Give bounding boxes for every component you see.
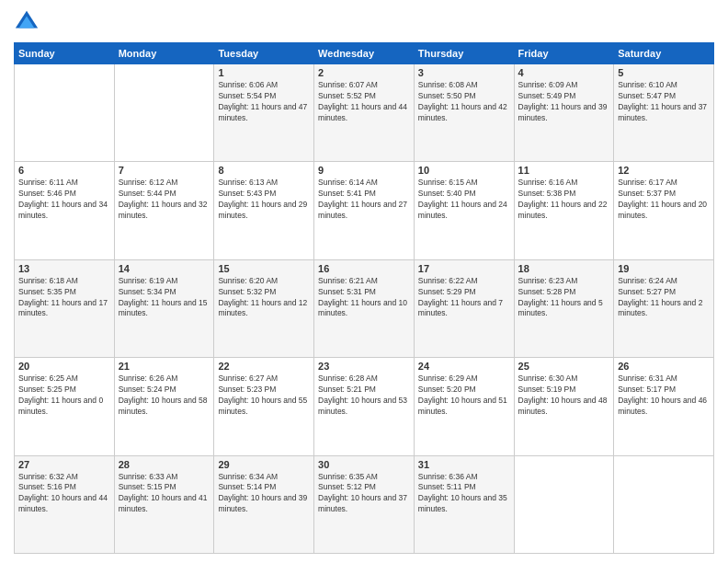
calendar-cell: 24Sunrise: 6:29 AM Sunset: 5:20 PM Dayli… (414, 358, 514, 455)
day-number: 24 (418, 361, 510, 372)
day-info: Sunrise: 6:14 AM Sunset: 5:41 PM Dayligh… (318, 178, 410, 222)
day-info: Sunrise: 6:28 AM Sunset: 5:21 PM Dayligh… (318, 373, 410, 418)
day-info: Sunrise: 6:23 AM Sunset: 5:28 PM Dayligh… (518, 276, 610, 320)
day-info: Sunrise: 6:34 AM Sunset: 5:14 PM Dayligh… (218, 472, 310, 516)
day-info: Sunrise: 6:18 AM Sunset: 5:35 PM Dayligh… (18, 276, 110, 320)
day-info: Sunrise: 6:11 AM Sunset: 5:46 PM Dayligh… (18, 178, 110, 222)
calendar-cell: 28Sunrise: 6:33 AM Sunset: 5:15 PM Dayli… (114, 455, 214, 553)
calendar-cell: 9Sunrise: 6:14 AM Sunset: 5:41 PM Daylig… (314, 162, 415, 259)
calendar-cell: 6Sunrise: 6:11 AM Sunset: 5:46 PM Daylig… (15, 162, 115, 259)
weekday-header-monday: Monday (114, 43, 214, 64)
day-number: 15 (218, 263, 310, 274)
header (14, 9, 714, 35)
calendar-cell (614, 455, 714, 553)
day-number: 23 (318, 361, 410, 372)
weekday-header-friday: Friday (514, 43, 614, 64)
calendar-cell: 3Sunrise: 6:08 AM Sunset: 5:50 PM Daylig… (414, 64, 514, 162)
day-number: 13 (18, 263, 110, 274)
day-info: Sunrise: 6:36 AM Sunset: 5:11 PM Dayligh… (418, 472, 510, 516)
calendar-cell (15, 64, 115, 162)
day-number: 7 (119, 165, 210, 176)
calendar-cell: 31Sunrise: 6:36 AM Sunset: 5:11 PM Dayli… (414, 455, 514, 553)
calendar-cell: 5Sunrise: 6:10 AM Sunset: 5:47 PM Daylig… (614, 64, 714, 162)
calendar-cell: 27Sunrise: 6:32 AM Sunset: 5:16 PM Dayli… (15, 455, 115, 553)
weekday-header-tuesday: Tuesday (214, 43, 314, 64)
calendar-cell: 11Sunrise: 6:16 AM Sunset: 5:38 PM Dayli… (514, 162, 614, 259)
day-info: Sunrise: 6:13 AM Sunset: 5:43 PM Dayligh… (218, 178, 310, 222)
day-info: Sunrise: 6:17 AM Sunset: 5:37 PM Dayligh… (618, 178, 710, 222)
calendar-cell: 22Sunrise: 6:27 AM Sunset: 5:23 PM Dayli… (214, 358, 314, 455)
calendar-cell: 26Sunrise: 6:31 AM Sunset: 5:17 PM Dayli… (614, 358, 714, 455)
calendar-cell (514, 455, 614, 553)
day-number: 12 (618, 165, 710, 176)
calendar-cell: 29Sunrise: 6:34 AM Sunset: 5:14 PM Dayli… (214, 455, 314, 553)
weekday-header-wednesday: Wednesday (314, 43, 415, 64)
calendar-cell: 8Sunrise: 6:13 AM Sunset: 5:43 PM Daylig… (214, 162, 314, 259)
day-info: Sunrise: 6:07 AM Sunset: 5:52 PM Dayligh… (318, 80, 410, 124)
weekday-header-saturday: Saturday (614, 43, 714, 64)
day-number: 1 (218, 67, 310, 78)
calendar-cell: 30Sunrise: 6:35 AM Sunset: 5:12 PM Dayli… (314, 455, 415, 553)
calendar-week-row: 6Sunrise: 6:11 AM Sunset: 5:46 PM Daylig… (15, 162, 714, 259)
day-info: Sunrise: 6:21 AM Sunset: 5:31 PM Dayligh… (318, 276, 410, 320)
calendar-cell: 7Sunrise: 6:12 AM Sunset: 5:44 PM Daylig… (114, 162, 214, 259)
day-number: 5 (618, 67, 710, 78)
day-info: Sunrise: 6:25 AM Sunset: 5:25 PM Dayligh… (18, 373, 110, 418)
day-number: 21 (119, 361, 210, 372)
calendar-cell: 1Sunrise: 6:06 AM Sunset: 5:54 PM Daylig… (214, 64, 314, 162)
calendar-cell: 25Sunrise: 6:30 AM Sunset: 5:19 PM Dayli… (514, 358, 614, 455)
day-info: Sunrise: 6:32 AM Sunset: 5:16 PM Dayligh… (18, 472, 110, 516)
logo-icon (14, 9, 40, 35)
weekday-header-thursday: Thursday (414, 43, 514, 64)
calendar-header-row: SundayMondayTuesdayWednesdayThursdayFrid… (15, 43, 714, 64)
day-info: Sunrise: 6:30 AM Sunset: 5:19 PM Dayligh… (518, 373, 610, 418)
calendar-week-row: 27Sunrise: 6:32 AM Sunset: 5:16 PM Dayli… (15, 455, 714, 553)
calendar-cell: 17Sunrise: 6:22 AM Sunset: 5:29 PM Dayli… (414, 259, 514, 357)
calendar-cell: 14Sunrise: 6:19 AM Sunset: 5:34 PM Dayli… (114, 259, 214, 357)
day-info: Sunrise: 6:15 AM Sunset: 5:40 PM Dayligh… (418, 178, 510, 222)
calendar-cell: 16Sunrise: 6:21 AM Sunset: 5:31 PM Dayli… (314, 259, 415, 357)
day-info: Sunrise: 6:19 AM Sunset: 5:34 PM Dayligh… (119, 276, 210, 320)
calendar-cell: 15Sunrise: 6:20 AM Sunset: 5:32 PM Dayli… (214, 259, 314, 357)
day-number: 11 (518, 165, 610, 176)
logo (14, 9, 43, 35)
day-number: 30 (318, 459, 410, 470)
day-info: Sunrise: 6:31 AM Sunset: 5:17 PM Dayligh… (618, 373, 710, 418)
calendar-cell: 10Sunrise: 6:15 AM Sunset: 5:40 PM Dayli… (414, 162, 514, 259)
calendar-cell: 18Sunrise: 6:23 AM Sunset: 5:28 PM Dayli… (514, 259, 614, 357)
calendar-week-row: 13Sunrise: 6:18 AM Sunset: 5:35 PM Dayli… (15, 259, 714, 357)
calendar-cell: 13Sunrise: 6:18 AM Sunset: 5:35 PM Dayli… (15, 259, 115, 357)
calendar-cell: 2Sunrise: 6:07 AM Sunset: 5:52 PM Daylig… (314, 64, 415, 162)
day-info: Sunrise: 6:12 AM Sunset: 5:44 PM Dayligh… (119, 178, 210, 222)
page: SundayMondayTuesdayWednesdayThursdayFrid… (0, 0, 728, 563)
day-number: 29 (218, 459, 310, 470)
day-number: 19 (618, 263, 710, 274)
day-number: 28 (119, 459, 210, 470)
day-number: 6 (18, 165, 110, 176)
day-number: 27 (18, 459, 110, 470)
calendar-week-row: 1Sunrise: 6:06 AM Sunset: 5:54 PM Daylig… (15, 64, 714, 162)
day-info: Sunrise: 6:24 AM Sunset: 5:27 PM Dayligh… (618, 276, 710, 320)
day-info: Sunrise: 6:26 AM Sunset: 5:24 PM Dayligh… (119, 373, 210, 418)
day-number: 20 (18, 361, 110, 372)
day-number: 4 (518, 67, 610, 78)
day-number: 31 (418, 459, 510, 470)
day-number: 2 (318, 67, 410, 78)
day-info: Sunrise: 6:06 AM Sunset: 5:54 PM Dayligh… (218, 80, 310, 124)
calendar-cell: 20Sunrise: 6:25 AM Sunset: 5:25 PM Dayli… (15, 358, 115, 455)
day-number: 10 (418, 165, 510, 176)
day-info: Sunrise: 6:33 AM Sunset: 5:15 PM Dayligh… (119, 472, 210, 516)
day-number: 26 (618, 361, 710, 372)
calendar-cell (114, 64, 214, 162)
day-number: 18 (518, 263, 610, 274)
calendar-week-row: 20Sunrise: 6:25 AM Sunset: 5:25 PM Dayli… (15, 358, 714, 455)
day-number: 9 (318, 165, 410, 176)
day-number: 25 (518, 361, 610, 372)
day-info: Sunrise: 6:27 AM Sunset: 5:23 PM Dayligh… (218, 373, 310, 418)
day-number: 16 (318, 263, 410, 274)
day-info: Sunrise: 6:22 AM Sunset: 5:29 PM Dayligh… (418, 276, 510, 320)
day-info: Sunrise: 6:09 AM Sunset: 5:49 PM Dayligh… (518, 80, 610, 124)
day-number: 14 (119, 263, 210, 274)
day-info: Sunrise: 6:29 AM Sunset: 5:20 PM Dayligh… (418, 373, 510, 418)
day-number: 22 (218, 361, 310, 372)
